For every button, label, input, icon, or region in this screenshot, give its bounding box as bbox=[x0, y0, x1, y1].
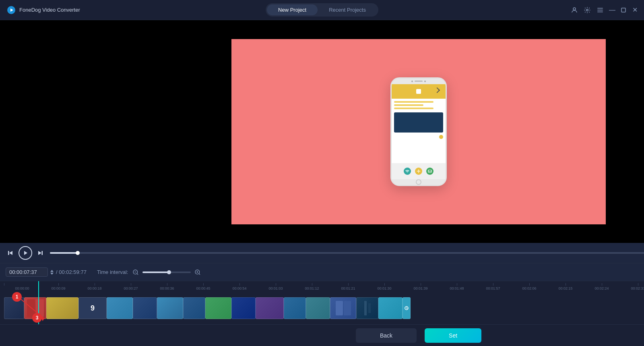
phone-body bbox=[392, 99, 446, 163]
svg-rect-11 bbox=[8, 251, 9, 255]
clip-10[interactable] bbox=[231, 297, 256, 319]
phone-top-bar bbox=[392, 84, 446, 99]
timeline-controls: / 00:02:59:77 Time interval: bbox=[0, 263, 644, 281]
svg-point-8 bbox=[407, 172, 408, 173]
clips-track: 9 bbox=[4, 295, 644, 321]
ruler-mark: 00:00:09 bbox=[40, 286, 76, 290]
phone-icon-settings bbox=[415, 168, 422, 175]
account-icon[interactable] bbox=[571, 6, 578, 14]
phone-line-3 bbox=[394, 108, 433, 109]
clip-11[interactable] bbox=[256, 297, 284, 319]
phone-camera bbox=[411, 81, 413, 82]
main-layout: 00:00:07 / 00:02:59 bbox=[0, 20, 644, 346]
clip-5[interactable] bbox=[107, 297, 133, 319]
tab-new-project[interactable]: New Project bbox=[267, 4, 318, 15]
clip-7[interactable] bbox=[157, 297, 183, 319]
svg-point-3 bbox=[586, 9, 588, 11]
phone-home bbox=[392, 179, 446, 185]
svg-marker-12 bbox=[9, 251, 12, 255]
ruler-mark: 00:01:39 bbox=[402, 286, 439, 290]
zoom-out-button[interactable] bbox=[132, 269, 139, 276]
phone-speaker bbox=[415, 81, 423, 82]
ruler-mark: 00:01:57 bbox=[475, 286, 511, 290]
clip-16[interactable] bbox=[378, 297, 402, 319]
skip-back-button[interactable] bbox=[5, 247, 16, 259]
titlebar: FoneDog Video Converter New Project Rece… bbox=[0, 0, 644, 20]
set-button[interactable]: Set bbox=[425, 328, 481, 343]
menu-icon[interactable] bbox=[597, 6, 604, 14]
tab-recent-projects[interactable]: Recent Projects bbox=[318, 4, 377, 15]
zoom-fill bbox=[142, 271, 169, 273]
phone-home-button bbox=[416, 179, 421, 185]
clip-14[interactable] bbox=[330, 297, 356, 319]
close-button[interactable]: ✕ bbox=[632, 7, 638, 13]
clip-12[interactable] bbox=[284, 297, 306, 319]
clip-13[interactable] bbox=[306, 297, 330, 319]
interval-label: Time interval: bbox=[97, 269, 128, 275]
clip-6[interactable] bbox=[133, 297, 157, 319]
phone-camera-2 bbox=[424, 81, 426, 82]
progress-fill bbox=[50, 252, 78, 254]
video-background bbox=[231, 39, 606, 224]
clip-15[interactable] bbox=[356, 297, 378, 319]
clip-3[interactable] bbox=[46, 297, 78, 319]
ruler-mark: 00:01:03 bbox=[258, 286, 294, 290]
timeline-clips: 1 3 9 bbox=[0, 292, 644, 324]
svg-marker-13 bbox=[24, 251, 27, 255]
ruler-playhead bbox=[38, 281, 39, 292]
svg-point-2 bbox=[573, 8, 576, 10]
ruler-mark: 00:01:21 bbox=[330, 286, 366, 290]
zoom-slider[interactable] bbox=[142, 271, 191, 273]
ruler-mark: 00:02:15 bbox=[547, 286, 584, 290]
clip-17[interactable] bbox=[402, 297, 411, 319]
phone-header bbox=[392, 79, 446, 84]
ruler-mark: 00:02:33 bbox=[620, 286, 644, 290]
svg-line-21 bbox=[199, 273, 200, 275]
phone-line-2 bbox=[394, 104, 423, 106]
skip-forward-button[interactable] bbox=[35, 247, 46, 259]
ruler-mark: 00:00:54 bbox=[221, 286, 258, 290]
phone-blue-box bbox=[394, 112, 443, 133]
play-controls bbox=[5, 246, 46, 260]
ruler-mark: 00:01:48 bbox=[439, 286, 475, 290]
ruler-mark: 00:02:06 bbox=[511, 286, 547, 290]
play-button[interactable] bbox=[19, 246, 32, 260]
time-input-group: / 00:02:59:77 bbox=[6, 267, 87, 277]
svg-rect-14 bbox=[42, 251, 43, 255]
time-spinner[interactable] bbox=[50, 270, 54, 275]
zoom-handle[interactable] bbox=[167, 270, 171, 274]
zoom-in-button[interactable] bbox=[194, 269, 201, 276]
ruler-mark: 00:01:30 bbox=[366, 286, 402, 290]
back-button[interactable]: Back bbox=[356, 328, 417, 343]
video-section: 00:00:07 / 00:02:59 bbox=[0, 20, 644, 346]
progress-bar[interactable] bbox=[50, 252, 644, 254]
current-time-input[interactable] bbox=[6, 267, 48, 277]
phone-icon-wifi bbox=[404, 168, 411, 175]
maximize-button[interactable] bbox=[621, 7, 626, 13]
ruler-mark: 00:00:45 bbox=[185, 286, 221, 290]
minimize-button[interactable]: — bbox=[609, 7, 615, 13]
settings-icon[interactable] bbox=[584, 6, 591, 14]
clip-1[interactable] bbox=[4, 297, 24, 319]
svg-line-28 bbox=[407, 308, 407, 309]
ruler-mark: 00:00:18 bbox=[76, 286, 113, 290]
phone-top-icon bbox=[416, 89, 421, 94]
app-logo: FoneDog Video Converter bbox=[6, 5, 80, 15]
app-logo-icon bbox=[6, 5, 16, 15]
ruler-mark: 00:00:00 bbox=[4, 286, 40, 290]
video-container bbox=[0, 20, 644, 243]
clip-9[interactable] bbox=[205, 297, 231, 319]
ruler-mark: 00:01:12 bbox=[294, 286, 330, 290]
clip-8[interactable] bbox=[183, 297, 205, 319]
app-title-text: FoneDog Video Converter bbox=[19, 7, 80, 13]
ruler-marks: 00:00:0000:00:0900:00:1800:00:2700:00:36… bbox=[0, 286, 644, 292]
bottom-bar: Back Set 5 bbox=[0, 324, 644, 346]
tab-group: New Project Recent Projects bbox=[266, 3, 378, 17]
titlebar-controls: — ✕ bbox=[571, 6, 638, 14]
phone-bottom-bar bbox=[392, 163, 446, 179]
ruler-mark: 00:02:24 bbox=[584, 286, 620, 290]
clip-2[interactable] bbox=[24, 297, 46, 319]
phone-mockup bbox=[390, 77, 447, 186]
clip-4[interactable]: 9 bbox=[78, 297, 107, 319]
progress-handle[interactable] bbox=[76, 251, 80, 255]
